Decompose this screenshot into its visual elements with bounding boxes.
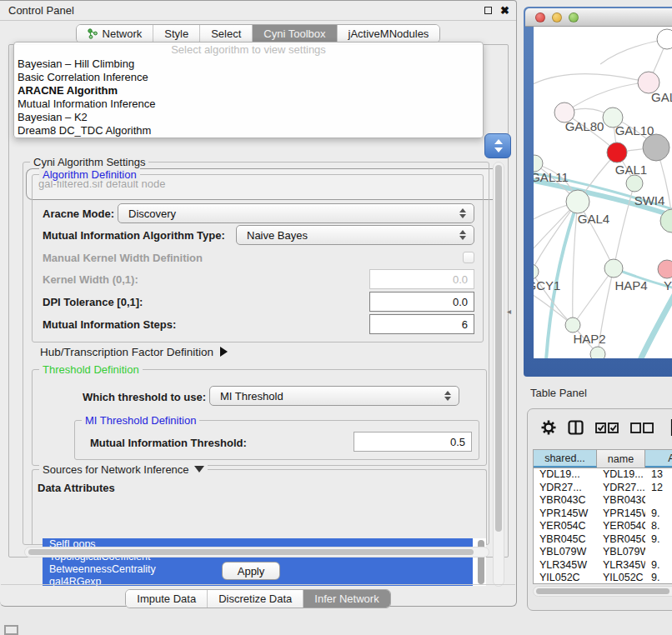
table-cell: YLR345W — [534, 559, 597, 572]
settings-horizontal-scrollbar[interactable] — [24, 547, 489, 558]
table-row[interactable]: YBL079WYBL079W — [534, 546, 672, 559]
network-node[interactable] — [590, 347, 605, 358]
network-edge[interactable] — [614, 183, 634, 268]
manual-kernel-width-label: Manual Kernel Width Definition — [43, 252, 203, 264]
settings-vertical-scrollbar[interactable] — [493, 162, 504, 587]
which-threshold-value: MI Threshold — [220, 390, 283, 402]
control-panel-tabbar: Network Style Select Cyni Toolbox jActiv… — [0, 24, 516, 43]
algorithm-option[interactable]: Dream8 DC_TDC Algorithm — [14, 124, 483, 138]
gear-icon[interactable] — [541, 420, 556, 438]
algorithm-dropdown-popup: Select algorithm to view settings Bayesi… — [13, 42, 484, 138]
mi-algorithm-type-label: Mutual Information Algorithm Type: — [43, 229, 225, 242]
network-node-gal1[interactable] — [607, 142, 627, 162]
column-header-name[interactable]: name — [597, 450, 645, 468]
table-cell: YIL052C — [597, 572, 645, 583]
control-panel-title: Control Panel — [8, 4, 484, 17]
tab-select[interactable]: Select — [199, 25, 252, 42]
hub-tf-definition-label: Hub/Transcription Factor Definition — [40, 346, 213, 358]
minimized-panel-icon[interactable] — [4, 625, 18, 635]
network-edge-highlighted[interactable] — [640, 293, 672, 358]
tab-jactivemnodules[interactable]: jActiveMNodules — [337, 25, 440, 42]
algorithm-option[interactable]: Bayesian – Hill Climbing — [14, 58, 483, 71]
algorithm-option[interactable]: Mutual Information Inference — [14, 98, 483, 111]
column-header-partial[interactable]: A — [645, 450, 672, 468]
tab-infer-network[interactable]: Infer Network — [303, 590, 389, 608]
tab-label: Network — [103, 28, 143, 40]
sources-title[interactable]: Sources for Network Inference — [39, 463, 208, 476]
aracne-mode-select[interactable]: Discovery — [118, 203, 474, 223]
network-node-y[interactable] — [658, 260, 672, 278]
mi-steps-value: 6 — [462, 318, 468, 331]
table-row[interactable]: YDR27...YDR27...12 — [534, 482, 672, 495]
table-cell: 9. — [645, 508, 672, 521]
table-row[interactable]: YPR145WYPR145W9. — [534, 508, 672, 521]
kernel-width-input[interactable]: 0.0 — [369, 269, 474, 289]
kernel-width-value: 0.0 — [453, 273, 468, 286]
table-row[interactable]: YLR345WYLR345W9. — [534, 559, 672, 572]
float-window-icon[interactable] — [484, 7, 492, 14]
mi-threshold-label: Mutual Information Threshold: — [90, 437, 247, 449]
network-node-label: GCY1 — [534, 278, 560, 292]
table-cell: YDR27... — [534, 482, 597, 495]
manual-kernel-width-checkbox[interactable] — [463, 252, 474, 263]
network-node[interactable] — [657, 29, 672, 49]
hub-tf-definition-toggle[interactable]: Hub/Transcription Factor Definition — [40, 346, 228, 358]
deselect-all-checkboxes-icon[interactable] — [630, 422, 654, 437]
algorithm-option[interactable]: ARACNE Algorithm — [14, 84, 483, 98]
table-row[interactable]: YBR045CYBR045C9. — [534, 533, 672, 547]
table-cell: 9. — [645, 559, 672, 572]
tab-label: Impute Data — [137, 592, 196, 605]
table-horizontal-scrollbar[interactable] — [533, 586, 672, 597]
network-node[interactable] — [643, 134, 669, 161]
close-traffic-light-icon[interactable] — [535, 12, 545, 22]
network-view-window: GALGAL80GAL10GAL1GAL11SWI4GAL4GCY1HAP4YH… — [524, 7, 672, 377]
algorithm-option[interactable]: Basic Correlation Inference — [14, 71, 483, 84]
network-window-titlebar[interactable] — [525, 8, 672, 27]
zoom-traffic-light-icon[interactable] — [569, 12, 579, 22]
minimize-traffic-light-icon[interactable] — [552, 12, 562, 22]
tab-style[interactable]: Style — [153, 25, 199, 42]
column-header-shared-name[interactable]: shared... — [534, 450, 597, 468]
mi-threshold-input[interactable]: 0.5 — [354, 432, 472, 452]
network-node-hap2[interactable] — [565, 318, 580, 332]
close-icon[interactable]: ✖ — [500, 7, 509, 14]
table-row[interactable]: YER054CYER054C8. — [534, 520, 672, 533]
tab-cyni-toolbox[interactable]: Cyni Toolbox — [252, 25, 336, 42]
network-edge[interactable] — [600, 39, 667, 64]
split-columns-icon[interactable] — [568, 420, 584, 438]
tab-discretize-data[interactable]: Discretize Data — [207, 590, 303, 608]
network-node-label: GAL1 — [615, 162, 647, 177]
table-row[interactable]: YBR043CYBR043C — [534, 494, 672, 508]
table-cell: YER054C — [597, 520, 645, 533]
algorithm-combobox-stepper[interactable] — [484, 133, 511, 158]
table-body[interactable]: YDL19...YDL19...13YDR27...YDR27...12YBR0… — [534, 468, 672, 583]
network-node-hap4[interactable] — [604, 259, 623, 278]
tab-network[interactable]: Network — [77, 25, 153, 42]
network-canvas[interactable]: GALGAL80GAL10GAL1GAL11SWI4GAL4GCY1HAP4YH… — [534, 27, 672, 358]
network-node-gcy1[interactable] — [534, 264, 539, 279]
select-all-checkboxes-icon[interactable] — [595, 422, 619, 437]
mi-steps-input[interactable]: 6 — [369, 314, 474, 334]
network-node-gal4[interactable] — [566, 190, 589, 213]
table-row[interactable]: YIL052CYIL052C9. — [534, 572, 672, 583]
sources-group: Sources for Network Inference Data Attri… — [32, 469, 487, 545]
mi-steps-label: Mutual Information Steps: — [43, 318, 176, 331]
table-cell: YBR043C — [534, 494, 597, 508]
panel-splitter-handle[interactable]: ◂ — [507, 307, 511, 316]
table-row[interactable]: YDL19...YDL19...13 — [534, 468, 672, 482]
network-node-label: GAL80 — [565, 119, 604, 133]
table-cell: 9. — [645, 533, 672, 547]
mi-algorithm-type-select[interactable]: Naive Bayes — [236, 225, 474, 245]
network-edge[interactable] — [534, 202, 578, 272]
dpi-tolerance-input[interactable]: 0.0 — [369, 292, 474, 312]
network-node[interactable] — [626, 175, 643, 192]
algorithm-option[interactable]: Bayesian – K2 — [14, 111, 483, 124]
apply-button[interactable]: Apply — [222, 562, 280, 580]
which-threshold-select[interactable]: MI Threshold — [209, 386, 459, 406]
algorithm-definition-group: Algorithm Definition Aracne Mode: Discov… — [32, 174, 484, 342]
tab-impute-data[interactable]: Impute Data — [126, 590, 207, 608]
network-edge[interactable] — [564, 82, 649, 112]
tab-label: Cyni Toolbox — [263, 28, 325, 40]
network-edge[interactable] — [534, 74, 649, 89]
network-node-label: GAL4 — [578, 212, 609, 226]
